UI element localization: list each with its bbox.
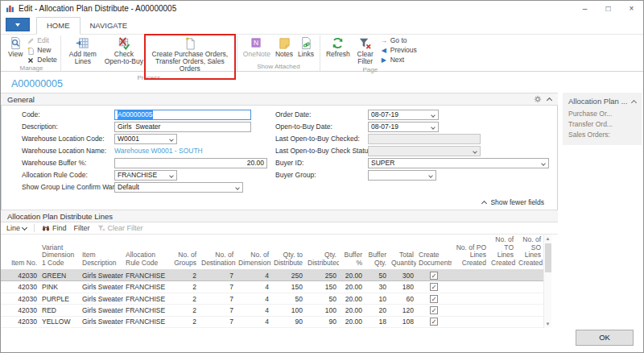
- grid-cell[interactable]: [516, 270, 543, 281]
- create-documents-checkbox[interactable]: ✓: [430, 318, 438, 326]
- grid-cell[interactable]: Girls Sweater: [80, 281, 123, 293]
- clear-filter-grid-button[interactable]: Clear Filter: [97, 224, 143, 232]
- grid-cell[interactable]: [452, 316, 489, 327]
- grid-cell[interactable]: FRANCHISE: [123, 305, 168, 316]
- warehouse-location-name-link[interactable]: Warehouse W0001 - SOUTH: [114, 146, 203, 156]
- grid-cell[interactable]: 250: [271, 270, 305, 281]
- grid-cell[interactable]: Girls Sweater: [80, 270, 123, 281]
- create-documents-cell[interactable]: ✓: [416, 316, 452, 327]
- grid-cell[interactable]: 50: [271, 293, 305, 304]
- close-button[interactable]: ×: [620, 1, 643, 15]
- grid-cell[interactable]: 108: [389, 316, 416, 327]
- grid-cell[interactable]: 2: [168, 281, 199, 293]
- grid-cell[interactable]: [489, 281, 516, 293]
- scroll-down-icon[interactable]: ▼: [546, 320, 551, 328]
- grid-cell[interactable]: FRANCHISE: [123, 270, 168, 281]
- add-item-lines-button[interactable]: Add Item Lines: [64, 35, 101, 66]
- grid-cell[interactable]: 4: [236, 305, 271, 316]
- app-menu-button[interactable]: [6, 18, 30, 31]
- refresh-button[interactable]: Refresh: [324, 35, 353, 59]
- create-documents-cell[interactable]: ✓: [416, 270, 452, 281]
- grid-cell[interactable]: 250: [305, 270, 339, 281]
- grid-cell[interactable]: [452, 281, 489, 293]
- grid-cell[interactable]: 20.00: [339, 293, 365, 304]
- grid-cell[interactable]: [489, 305, 516, 316]
- grid-cell[interactable]: PURPLE: [39, 293, 80, 304]
- table-row[interactable]: 42030PURPLEGirls SweaterFRANCHISE2745050…: [1, 293, 543, 304]
- column-header[interactable]: Variant Dimension 1 Code: [39, 235, 80, 270]
- create-documents-checkbox[interactable]: ✓: [430, 272, 438, 280]
- grid-cell[interactable]: YELLOW: [39, 316, 80, 327]
- grid-cell[interactable]: PINK: [39, 281, 80, 293]
- grid-cell[interactable]: 2: [168, 270, 199, 281]
- grid-cell[interactable]: 20.00: [339, 270, 365, 281]
- table-row[interactable]: 42030PINKGirls SweaterFRANCHISE274150150…: [1, 281, 543, 293]
- tab-navigate[interactable]: NAVIGATE: [80, 18, 138, 34]
- scrollbar-thumb[interactable]: [545, 243, 551, 272]
- go-to-button[interactable]: → Go to: [380, 36, 417, 45]
- warehouse-buffer-field[interactable]: 20.00: [114, 158, 267, 168]
- column-header[interactable]: No. of TO Lines Created: [489, 235, 516, 270]
- column-header[interactable]: Qty. to Distribute: [271, 235, 305, 270]
- show-group-line-confirm-field[interactable]: Default: [114, 182, 243, 193]
- grid-cell[interactable]: RED: [39, 305, 80, 316]
- code-field[interactable]: A00000005: [114, 110, 251, 120]
- grid-cell[interactable]: 150: [271, 281, 305, 293]
- onenote-button[interactable]: N OneNote: [241, 35, 273, 59]
- dropdown-chevron-icon[interactable]: [169, 137, 174, 142]
- grid-cell[interactable]: Girls Sweater: [80, 305, 123, 316]
- delete-button[interactable]: Delete: [27, 56, 57, 64]
- grid-cell[interactable]: [452, 270, 489, 281]
- grid-cell[interactable]: 42030: [1, 293, 39, 304]
- grid-cell[interactable]: 7: [199, 270, 236, 281]
- check-open-to-buy-button[interactable]: Check Open-to-Buy: [101, 35, 147, 66]
- grid-cell[interactable]: GREEN: [39, 270, 80, 281]
- grid-cell[interactable]: 10: [365, 293, 389, 304]
- grid-cell[interactable]: [516, 316, 543, 327]
- buyer-id-field[interactable]: SUPER: [368, 158, 549, 168]
- column-header[interactable]: Item No.: [1, 235, 39, 270]
- grid-cell[interactable]: 18: [365, 316, 389, 327]
- edit-button[interactable]: Edit: [27, 36, 57, 45]
- dropdown-chevron-icon[interactable]: [431, 125, 436, 130]
- gear-icon[interactable]: [534, 95, 542, 103]
- column-header[interactable]: No. of SO Lines Created: [516, 235, 543, 270]
- filter-button[interactable]: Filter: [74, 224, 90, 232]
- tab-home[interactable]: HOME: [36, 17, 80, 35]
- grid-cell[interactable]: 7: [199, 293, 236, 304]
- create-documents-cell[interactable]: ✓: [416, 305, 452, 316]
- grid-cell[interactable]: [452, 293, 489, 304]
- grid-cell[interactable]: 42030: [1, 281, 39, 293]
- create-documents-cell[interactable]: ✓: [416, 293, 452, 304]
- grid-cell[interactable]: 2: [168, 305, 199, 316]
- buyer-group-field[interactable]: [368, 170, 436, 181]
- factbox-collapse-chevron-icon[interactable]: [631, 99, 637, 105]
- grid-cell[interactable]: 300: [389, 270, 416, 281]
- create-documents-checkbox[interactable]: ✓: [430, 283, 438, 291]
- table-row[interactable]: 42030REDGirls SweaterFRANCHISE2741001002…: [1, 305, 543, 316]
- grid-cell[interactable]: 7: [199, 281, 236, 293]
- create-documents-cell[interactable]: ✓: [416, 281, 452, 293]
- grid-cell[interactable]: 4: [236, 316, 271, 327]
- grid-cell[interactable]: 180: [389, 281, 416, 293]
- lines-section-header[interactable]: Allocation Plan Distribute Lines: [1, 210, 558, 222]
- column-header[interactable]: Create Documents: [416, 235, 452, 270]
- general-section-header[interactable]: General: [1, 93, 558, 106]
- grid-cell[interactable]: FRANCHISE: [123, 316, 168, 327]
- grid-cell[interactable]: 20.00: [339, 316, 365, 327]
- dropdown-chevron-icon[interactable]: [428, 173, 433, 178]
- grid-cell[interactable]: 20.00: [339, 281, 365, 293]
- column-header[interactable]: No. of Dimensions: [236, 235, 271, 270]
- grid-cell[interactable]: 90: [271, 316, 305, 327]
- grid-cell[interactable]: [489, 316, 516, 327]
- line-menu-button[interactable]: Line: [6, 224, 27, 232]
- grid-cell[interactable]: 120: [389, 305, 416, 316]
- grid-cell[interactable]: 100: [271, 305, 305, 316]
- column-header[interactable]: Total Quantity: [389, 235, 416, 270]
- new-button[interactable]: New: [27, 46, 57, 55]
- grid-cell[interactable]: 50: [365, 270, 389, 281]
- grid-scrollbar[interactable]: ▲ ▼: [543, 235, 551, 328]
- column-header[interactable]: Buffer Qty.: [365, 235, 389, 270]
- view-button[interactable]: View: [6, 35, 25, 59]
- notes-button[interactable]: Notes: [273, 35, 295, 59]
